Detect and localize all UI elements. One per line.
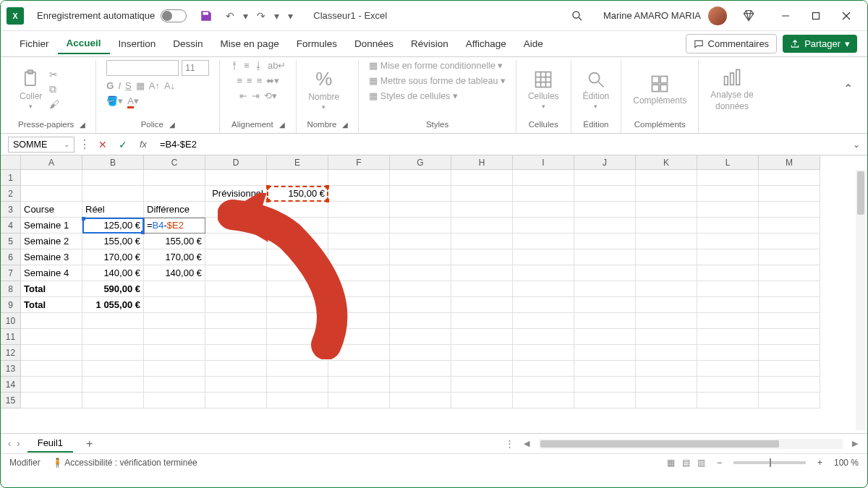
cell-i10[interactable]	[513, 313, 574, 329]
column-header-h[interactable]: H	[451, 155, 513, 170]
row-header-8[interactable]: 8	[1, 281, 21, 297]
cell-i5[interactable]	[513, 234, 574, 249]
cell-m6[interactable]	[759, 249, 820, 265]
cell-l7[interactable]	[697, 265, 759, 281]
zoom-slider[interactable]	[733, 461, 806, 464]
cell-m12[interactable]	[759, 345, 820, 361]
add-sheet-button[interactable]: +	[80, 436, 98, 452]
cell-l5[interactable]	[697, 234, 759, 249]
cell-c5[interactable]: 155,00 €	[144, 234, 205, 249]
cell-a5[interactable]: Semaine 2	[21, 234, 82, 249]
tab-revision[interactable]: Révision	[402, 34, 457, 53]
cell-a6[interactable]: Semaine 3	[21, 249, 82, 265]
cell-c12[interactable]	[144, 345, 205, 361]
cell-g3[interactable]	[390, 202, 451, 218]
save-icon[interactable]	[200, 9, 213, 22]
cell-styles-button[interactable]: ▦ Styles de cellules ▾	[369, 90, 458, 101]
row-header-14[interactable]: 14	[1, 377, 21, 393]
fill-color-button[interactable]: 🪣▾	[106, 95, 123, 106]
cell-c7[interactable]: 140,00 €	[144, 265, 205, 281]
row-header-2[interactable]: 2	[1, 186, 21, 202]
cell-g4[interactable]	[390, 218, 451, 234]
cell-g10[interactable]	[390, 313, 451, 329]
maximize-button[interactable]	[801, 5, 831, 27]
cell-b4[interactable]: 125,00 €	[82, 218, 144, 234]
cell-l3[interactable]	[697, 202, 759, 218]
cell-m8[interactable]	[759, 281, 820, 297]
cell-i15[interactable]	[513, 393, 574, 408]
cell-g5[interactable]	[390, 234, 451, 249]
cell-e10[interactable]	[267, 313, 328, 329]
analyze-data-button[interactable]: Analyse de données	[709, 65, 754, 114]
cell-j10[interactable]	[574, 313, 636, 329]
column-header-f[interactable]: F	[328, 155, 390, 170]
cell-k2[interactable]	[636, 186, 697, 202]
name-box[interactable]: SOMME ⌄	[8, 137, 75, 153]
cell-k7[interactable]	[636, 265, 697, 281]
cell-d14[interactable]	[205, 377, 267, 393]
cell-c8[interactable]	[144, 281, 205, 297]
cell-b15[interactable]	[82, 393, 144, 408]
cell-g1[interactable]	[390, 170, 451, 186]
cell-e2[interactable]: 150,00 €	[267, 186, 328, 202]
cell-g14[interactable]	[390, 377, 451, 393]
cell-h5[interactable]	[451, 234, 513, 249]
cell-g6[interactable]	[390, 249, 451, 265]
cell-e3[interactable]	[267, 202, 328, 218]
decrease-indent-icon[interactable]: ⇤	[239, 90, 247, 101]
cell-b6[interactable]: 170,00 €	[82, 249, 144, 265]
number-dialog-launcher[interactable]: ◢	[342, 121, 348, 129]
cell-i14[interactable]	[513, 377, 574, 393]
cell-k3[interactable]	[636, 202, 697, 218]
cell-h3[interactable]	[451, 202, 513, 218]
cell-m3[interactable]	[759, 202, 820, 218]
cell-g9[interactable]	[390, 297, 451, 313]
cell-m5[interactable]	[759, 234, 820, 249]
cell-a8[interactable]: Total	[21, 281, 82, 297]
cell-m4[interactable]	[759, 218, 820, 234]
cell-l15[interactable]	[697, 393, 759, 408]
user-avatar[interactable]	[708, 7, 727, 25]
row-header-13[interactable]: 13	[1, 361, 21, 377]
cell-i4[interactable]	[513, 218, 574, 234]
cell-k14[interactable]	[636, 377, 697, 393]
cell-a13[interactable]	[21, 361, 82, 377]
addins-button[interactable]: Compléments	[631, 71, 688, 108]
wrap-text-icon[interactable]: ab↵	[268, 60, 286, 71]
active-editing-cell-c4[interactable]: =B4-$E2	[144, 218, 205, 234]
cell-h9[interactable]	[451, 297, 513, 313]
cell-f4[interactable]	[328, 218, 390, 234]
scrollbar-thumb[interactable]	[540, 440, 779, 448]
cell-j6[interactable]	[574, 249, 636, 265]
cell-h11[interactable]	[451, 329, 513, 345]
cell-i6[interactable]	[513, 249, 574, 265]
cell-i1[interactable]	[513, 170, 574, 186]
cell-g7[interactable]	[390, 265, 451, 281]
formula-input[interactable]	[156, 137, 848, 153]
row-header-6[interactable]: 6	[1, 249, 21, 265]
number-format-button[interactable]: % Nombre ▾	[307, 65, 341, 114]
cell-g8[interactable]	[390, 281, 451, 297]
cell-b8[interactable]: 590,00 €	[82, 281, 144, 297]
align-top-icon[interactable]: ⭱	[230, 60, 239, 71]
search-button[interactable]	[566, 4, 589, 27]
cut-icon[interactable]: ✂	[49, 69, 59, 80]
spreadsheet-grid[interactable]: ABCDEFGHIJKLM 123456789101112131415 Prév…	[1, 155, 867, 433]
column-header-e[interactable]: E	[267, 155, 328, 170]
cell-m11[interactable]	[759, 329, 820, 345]
cell-f10[interactable]	[328, 313, 390, 329]
increase-font-icon[interactable]: A↑	[149, 80, 160, 91]
cell-b5[interactable]: 155,00 €	[82, 234, 144, 249]
column-header-b[interactable]: B	[82, 155, 144, 170]
view-page-break-icon[interactable]: ▥	[697, 458, 705, 468]
tab-donnees[interactable]: Données	[346, 34, 402, 53]
redo-button[interactable]: ↷	[254, 9, 268, 23]
font-color-button[interactable]: A▾	[127, 95, 139, 106]
alignment-dialog-launcher[interactable]: ◢	[279, 121, 285, 129]
format-painter-icon[interactable]: 🖌	[49, 98, 59, 110]
cell-f3[interactable]	[328, 202, 390, 218]
cell-g15[interactable]	[390, 393, 451, 408]
hscroll-left[interactable]: ◀	[522, 439, 532, 449]
editing-button[interactable]: Édition ▾	[582, 67, 611, 113]
cell-m13[interactable]	[759, 361, 820, 377]
